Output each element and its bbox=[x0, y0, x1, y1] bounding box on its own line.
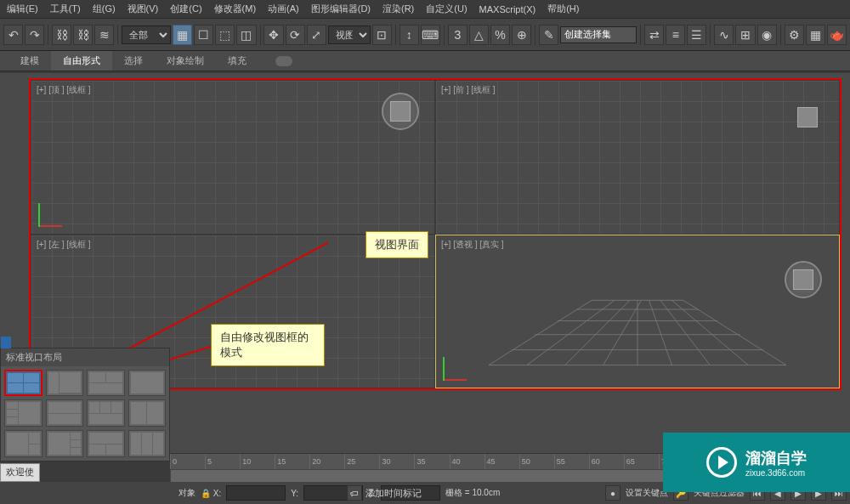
welcome-tab[interactable]: 欢迎使 bbox=[0, 463, 40, 482]
ribbon-tab-populate[interactable]: 填充 bbox=[216, 51, 258, 71]
spinner-snap-button[interactable]: ⊕ bbox=[512, 25, 531, 45]
named-selection-input[interactable] bbox=[560, 26, 637, 43]
menu-maxscript[interactable]: MAXScript(X) bbox=[479, 4, 536, 14]
toolbar-divider bbox=[260, 25, 261, 45]
timeline-tick: 0 bbox=[170, 454, 202, 469]
layout-thumb[interactable] bbox=[87, 370, 125, 397]
viewport-label-perspective[interactable]: [+] [透视 ] [真实 ] bbox=[441, 239, 504, 251]
render-button[interactable]: 🫖 bbox=[827, 25, 847, 45]
rotate-button[interactable]: ⟳ bbox=[286, 25, 305, 45]
viewport-top[interactable]: [+] [顶 ] [线框 ] bbox=[31, 80, 435, 235]
curve-editor-button[interactable]: ∿ bbox=[714, 25, 734, 45]
menu-customize[interactable]: 自定义(U) bbox=[426, 3, 467, 15]
layer-button[interactable]: ☰ bbox=[687, 25, 706, 45]
undo-button[interactable]: ↶ bbox=[3, 25, 23, 45]
layout-flyout-handle-icon[interactable] bbox=[1, 337, 11, 348]
schematic-view-button[interactable]: ⊞ bbox=[735, 25, 755, 45]
timeline-tick: 55 bbox=[554, 454, 586, 469]
menu-modifiers[interactable]: 修改器(M) bbox=[214, 3, 257, 15]
viewcube-persp-icon[interactable] bbox=[785, 261, 822, 298]
material-editor-button[interactable]: ◉ bbox=[757, 25, 777, 45]
ribbon-tab-object-paint[interactable]: 对象绘制 bbox=[155, 51, 216, 71]
svg-line-8 bbox=[565, 300, 630, 365]
use-pivot-button[interactable]: ⊡ bbox=[372, 25, 392, 45]
coord-y-icon: Y: bbox=[291, 489, 298, 498]
layout-thumb[interactable] bbox=[128, 370, 167, 397]
move-button[interactable]: ✥ bbox=[264, 25, 283, 45]
toolbar-divider bbox=[535, 25, 536, 45]
timeline-tick: 20 bbox=[309, 454, 342, 469]
menu-tools[interactable]: 工具(T) bbox=[50, 3, 81, 15]
viewport-front[interactable]: [+] [前 ] [线框 ] bbox=[435, 80, 840, 235]
ribbon-tab-modeling[interactable]: 建模 bbox=[8, 51, 51, 71]
ribbon-tab-select[interactable]: 选择 bbox=[112, 51, 155, 71]
svg-line-9 bbox=[604, 300, 642, 365]
menu-help[interactable]: 帮助(H) bbox=[547, 3, 579, 15]
percent-snap-button[interactable]: % bbox=[490, 25, 510, 45]
play-circle-icon bbox=[706, 447, 737, 478]
menu-rendering[interactable]: 渲染(R) bbox=[382, 3, 414, 15]
layout-thumb-4way[interactable] bbox=[4, 370, 42, 397]
menu-group[interactable]: 组(G) bbox=[93, 3, 116, 15]
scale-button[interactable]: ⤢ bbox=[307, 25, 326, 45]
menu-view[interactable]: 视图(V) bbox=[128, 3, 159, 15]
select-object-button[interactable]: ▦ bbox=[173, 25, 192, 45]
add-time-tag-label[interactable]: 添加时间标记 bbox=[366, 485, 422, 501]
layout-thumb[interactable] bbox=[4, 399, 42, 427]
layout-thumb[interactable] bbox=[128, 399, 167, 427]
render-setup-button[interactable]: ⚙ bbox=[785, 25, 804, 45]
timeline-tick: 50 bbox=[519, 454, 552, 469]
viewport-layout-flyout: 标准视口布局 bbox=[0, 348, 170, 462]
viewport-label-left[interactable]: [+] [左 ] [线框 ] bbox=[37, 239, 91, 251]
viewport-label-front[interactable]: [+] [前 ] [线框 ] bbox=[441, 84, 496, 96]
coord-x-input[interactable] bbox=[226, 485, 286, 501]
toolbar-divider bbox=[780, 25, 781, 45]
window-crossing-button[interactable]: ◫ bbox=[236, 25, 256, 45]
render-frame-button[interactable]: ▦ bbox=[806, 25, 825, 45]
layout-thumb[interactable] bbox=[128, 430, 167, 457]
toolbar-divider bbox=[444, 25, 445, 45]
viewcube-top-icon[interactable] bbox=[382, 93, 419, 130]
menu-create[interactable]: 创建(C) bbox=[170, 3, 201, 15]
viewport-grid-icon bbox=[436, 81, 839, 234]
align-button[interactable]: ≡ bbox=[666, 25, 685, 45]
layout-thumb[interactable] bbox=[46, 430, 84, 457]
add-time-tag-icon[interactable]: 🏷 bbox=[347, 485, 362, 501]
menu-edit[interactable]: 编辑(E) bbox=[7, 3, 38, 15]
edit-selection-button[interactable]: ✎ bbox=[539, 25, 558, 45]
perspective-grid-icon bbox=[436, 235, 839, 388]
bind-button[interactable]: ≋ bbox=[94, 25, 114, 45]
time-tag-row: 🏷 添加时间标记 bbox=[347, 485, 422, 501]
menu-animation[interactable]: 动画(A) bbox=[268, 3, 299, 15]
snap-toggle-button[interactable]: 3 bbox=[448, 25, 468, 45]
mirror-button[interactable]: ⇄ bbox=[644, 25, 664, 45]
grid-size-label: 栅格 = 10.0cm bbox=[445, 487, 500, 499]
select-by-name-button[interactable]: ☐ bbox=[194, 25, 213, 45]
layout-thumb[interactable] bbox=[4, 430, 42, 457]
ribbon-pill-icon[interactable] bbox=[275, 56, 292, 66]
svg-line-14 bbox=[683, 300, 786, 365]
unlink-button[interactable]: ⛓ bbox=[73, 25, 93, 45]
layout-thumb[interactable] bbox=[87, 399, 125, 427]
layout-thumb[interactable] bbox=[46, 399, 84, 427]
main-toolbar: ↶ ↷ ⛓ ⛓ ≋ 全部 ▦ ☐ ⬚ ◫ ✥ ⟳ ⤢ 视图 ⊡ ↕ ⌨ 3 △ … bbox=[0, 19, 850, 51]
selection-filter-select[interactable]: 全部 bbox=[122, 25, 171, 44]
viewcube-front-icon[interactable] bbox=[786, 105, 829, 130]
ref-coord-select[interactable]: 视图 bbox=[328, 25, 371, 44]
viewport-label-top[interactable]: [+] [顶 ] [线框 ] bbox=[37, 84, 91, 96]
auto-key-button[interactable]: ● bbox=[605, 485, 620, 501]
ribbon-bar: 建模 自由形式 选择 对象绘制 填充 bbox=[0, 51, 850, 71]
select-manipulate-button[interactable]: ↕ bbox=[400, 25, 419, 45]
svg-line-11 bbox=[649, 300, 672, 365]
layout-thumb[interactable] bbox=[87, 430, 125, 457]
angle-snap-button[interactable]: △ bbox=[469, 25, 489, 45]
viewport-perspective[interactable]: [+] [透视 ] [真实 ] bbox=[435, 235, 840, 389]
ribbon-tab-freeform[interactable]: 自由形式 bbox=[51, 51, 112, 71]
layout-thumb[interactable] bbox=[46, 370, 84, 397]
link-button[interactable]: ⛓ bbox=[52, 25, 71, 45]
keyboard-shortcut-button[interactable]: ⌨ bbox=[421, 25, 440, 45]
menu-graph-editors[interactable]: 图形编辑器(D) bbox=[311, 3, 371, 15]
redo-button[interactable]: ↷ bbox=[25, 25, 44, 45]
select-region-button[interactable]: ⬚ bbox=[215, 25, 235, 45]
set-key-label[interactable]: 设置关键点 bbox=[626, 487, 668, 499]
